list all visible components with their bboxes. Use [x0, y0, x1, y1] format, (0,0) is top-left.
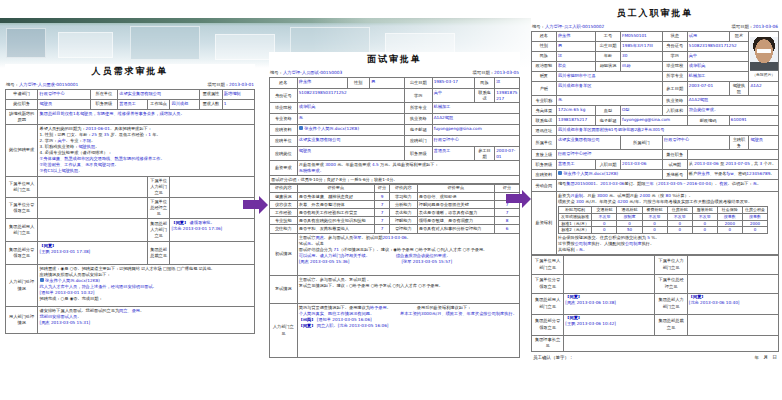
field-value: 9 [375, 193, 390, 201]
table-row: 劳动合同编号集团20150001。2013-03-06签订。期限三年（2013-… [532, 180, 779, 192]
field-value: 薪资为月薪制。月薪 3000 元。试用期月薪 2400 元（按 80 %计算）。… [556, 192, 778, 255]
attachment-icon[interactable] [40, 278, 45, 283]
field-value [687, 274, 778, 293]
field-value: 机械加工 [687, 72, 749, 82]
text-segment: 姓名 [540, 33, 548, 38]
form-page-personnel-request: 人员需求审批单 编号：人力管理-人员需求-00150001 填写日期：2013-… [5, 64, 255, 398]
text-segment: %计算）。 [671, 193, 693, 198]
text-segment: 工作地点 [150, 101, 167, 106]
text-segment: 发放或缴纳标准 [561, 214, 589, 219]
field-label: 状态 [662, 32, 687, 42]
field-label: 分析能力 [390, 201, 418, 209]
text-segment: 2003-07-01 [689, 83, 713, 88]
text-segment: 集团总部总裁意见 [150, 247, 167, 258]
field-label: 集团总部总裁意见 [147, 242, 169, 265]
field-label: 性别 [347, 78, 370, 89]
text-segment: 是否自信、求知欲强 [419, 194, 457, 199]
text-segment: 综合素质符合该岗位的要求。 [396, 253, 450, 258]
text-segment: fuyongpeng@sina.com [434, 126, 482, 131]
text-segment: 2013-07-05 [725, 161, 749, 166]
table-row: 专业技能是否具有应聘岗位的专业知识和技能7理解能力领悟是否敏捷、是否有洞察力8 [270, 217, 520, 225]
form-code: 编号：人力管理-人员需求-00150001 [6, 82, 78, 87]
text-segment: 集团总部分管领导意见 [535, 318, 560, 329]
field-value: fuyongpeng@sina.com [620, 116, 687, 126]
field-value: 月薪最低要求 3000 元。年薪最低要求 4.5 万元。其他薪资福利要求如下：无… [297, 161, 520, 176]
field-label: 出生日期 [405, 78, 433, 89]
text-segment: 0 [703, 227, 706, 232]
table-row: 用人部门处理情况请安排给下属人员面试。我部面试的意见为同意、录用。我部已安排面试… [6, 307, 255, 334]
field-value: 汉 [495, 78, 520, 89]
field-label: 血型 [596, 106, 621, 116]
text-segment: 所学专业 [666, 73, 683, 78]
text-segment: 不发放 [598, 214, 610, 219]
table-row: 岗位职务驾驶员职务层级普通员工工作地点四川成都需求人数1 [6, 100, 255, 110]
text-segment: 下属单位分管领导意见 [9, 202, 34, 213]
photo-caption: （免冠照片） [750, 72, 776, 78]
field-label: 岗位招聘要求 [6, 125, 38, 177]
field-label: 毕业院校 [270, 103, 298, 114]
text-segment: 2. 学历： [40, 138, 58, 143]
text-segment: 过节费按 [558, 241, 575, 246]
text-segment: %。 [650, 235, 660, 240]
text-segment: 岗位招聘要求 [9, 147, 34, 152]
text-segment: 月薪最低要求 [299, 162, 325, 167]
text-segment: 年龄 [604, 53, 612, 58]
text-segment: 社会保险 [722, 207, 738, 212]
field-label: 身份证号 [662, 42, 687, 52]
field-value [170, 242, 255, 265]
field-label: 餐费补贴 [642, 207, 667, 214]
field-label: 照片 [729, 32, 749, 42]
text-segment: 参工日期 [478, 148, 491, 159]
text-segment: 普通员工 [558, 161, 575, 166]
text-segment: 政治面貌 [535, 63, 552, 68]
text-segment: 达望实业集团有限公司 [119, 91, 161, 96]
text-segment: 集团总部分管领导意见 [9, 247, 34, 258]
text-segment: 标准1（元/月） [561, 221, 589, 226]
field-label: 应聘资料 [270, 125, 298, 136]
text-segment: 0 [754, 227, 757, 232]
text-segment: 学历 [671, 53, 679, 58]
field-label: 邮政编码 [687, 116, 729, 126]
table-row: 姓名薛永伟工号FM0550101状态试用照片（免冠照片） [532, 32, 779, 42]
text-segment: 按基数 [749, 214, 761, 219]
text-segment: 岗位职务 [13, 101, 30, 106]
text-segment: 此人为人才库中人员，符合上述条件，经沟通已安排明日面试。 [40, 284, 157, 289]
field-value: 2013-03-06 [620, 160, 662, 170]
text-segment: 四川成都 [171, 101, 188, 106]
text-segment: 执行。 [642, 241, 655, 246]
table-row: 复试情况主面试官。参与面试人员。复试日期 。复试意见情况如下。建议：○给予录用 … [270, 276, 520, 304]
field-value: 7 [375, 201, 390, 209]
field-value: 【同意】 请领导审批。[沈亮 2013-03-01 17:36] [170, 219, 255, 242]
field-value: 0 [617, 220, 642, 227]
form-body: 申请部门行政管理中心所在单位达望实业集团有限公司需求属性新增编制岗位职务驾驶员职… [5, 89, 255, 334]
attachment-link[interactable]: 张永伟个人简历.docx(12KB) [563, 171, 618, 176]
text-segment: 集团20150001 [566, 181, 596, 186]
field-value: 1 [222, 100, 254, 110]
text-segment: 四川省德阳市中江县 [558, 73, 596, 78]
attachment-icon[interactable] [299, 126, 304, 131]
field-value: 招聘需求：◉是 ○否。招聘渠道主要如下：☑招聘网站 ☑人才市场 □报纸 □广播电… [38, 265, 255, 307]
text-segment: 成华职高 [689, 63, 706, 68]
text-segment: 身份证号 [666, 43, 683, 48]
attachment-icon[interactable] [558, 171, 563, 176]
text-segment: 。具体招聘要求如下： [110, 126, 152, 131]
text-segment: 7 [506, 210, 509, 215]
table-row: 人力部门处理情况招聘需求：◉是 ○否。招聘渠道主要如下：☑招聘网站 ☑人才市场 … [6, 265, 255, 307]
field-value: fuyongpeng@sina.com [432, 125, 520, 136]
table-row: 下属单位分管领导意见下属单位总经理意见 [532, 274, 779, 293]
table-row: 应聘资料张永伟个人简历.docx(12KB)电子邮箱fuyongpeng@sin… [270, 125, 520, 136]
text-segment: 1985-03-17 [434, 79, 458, 84]
field-label: 集团总部总裁意见 [655, 314, 687, 335]
text-segment: 。参与面试人员 [324, 235, 353, 240]
attachment-link[interactable]: 张永伟个人简历.docx(12KB) [45, 278, 100, 283]
table-row: 补贴与福利交通补贴通讯补贴餐费补贴住房补贴服装补贴社会保险住房公积金 [558, 207, 767, 214]
field-value: 面试评分说明：优秀9-10分；良好7-8分；一般5-6分；较差1-4分。 [270, 176, 520, 184]
field-value: 是否平和、友善和尊重他人 [297, 225, 375, 233]
table-row: 薪资福利薪资为月薪制。月薪 3000 元。试用期月薪 2400 元（按 80 %… [532, 192, 779, 255]
text-segment: 申请部门 [13, 91, 30, 96]
text-segment: ，共 [750, 161, 760, 166]
field-label: 集团总部分管领导意见 [532, 314, 564, 335]
attachment-link[interactable]: 张永伟个人简历.docx(12KB) [304, 126, 359, 131]
field-label: 身高体重 [532, 106, 557, 116]
field-value: 172cm 65 kg [556, 106, 596, 116]
